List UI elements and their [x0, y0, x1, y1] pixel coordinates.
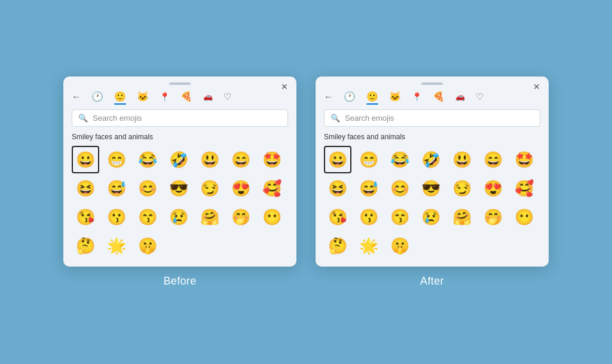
before-drag-handle: [169, 82, 191, 85]
emoji-cell[interactable]: 🤗: [196, 203, 224, 231]
emoji-cell[interactable]: 😶: [510, 203, 538, 231]
emoji-cell[interactable]: 🥰: [258, 175, 286, 202]
after-emoji-grid: 😀 😁 😂 🤣 😃 😄 🤩 😆 😅 😊 😎 😏 😍 🥰 😘 😗 😙: [316, 146, 549, 259]
before-close-button[interactable]: ✕: [281, 82, 288, 91]
emoji-cell[interactable]: 😙: [386, 203, 414, 231]
emoji-cell[interactable]: 😍: [479, 175, 507, 202]
emoji-cell[interactable]: 😄: [227, 146, 255, 173]
emoji-cell[interactable]: 😘: [324, 203, 351, 231]
emoji-cell[interactable]: 😎: [165, 175, 192, 202]
emoji-cell[interactable]: 😍: [227, 175, 255, 202]
before-nav-heart[interactable]: ♡: [224, 91, 231, 102]
emoji-cell[interactable]: 🤗: [448, 203, 476, 231]
before-nav: ← 🕐 🙂 🐱 📍 🍕 🚗 ♡: [63, 88, 296, 106]
emoji-cell[interactable]: 😢: [165, 203, 192, 231]
before-emoji-grid: 😀 😁 😂 🤣 😃 😄 🤩 😆 😅 😊 😎 😏 😍 🥰 😘 😗 😙: [63, 146, 296, 259]
after-nav-heart[interactable]: ♡: [476, 91, 484, 102]
after-nav-places[interactable]: 📍: [412, 92, 422, 102]
emoji-cell[interactable]: 😃: [448, 146, 476, 173]
emoji-cell[interactable]: 😄: [479, 146, 507, 173]
emoji-cell[interactable]: 😙: [134, 203, 161, 231]
emoji-cell[interactable]: 😊: [134, 175, 161, 202]
emoji-cell[interactable]: 😆: [324, 175, 351, 202]
before-nav-recent[interactable]: 🕐: [91, 91, 103, 102]
after-search-bar[interactable]: 🔍 Search emojis: [324, 109, 540, 127]
before-picker: ✕ ← 🕐 🙂 🐱 📍 🍕 🚗 ♡ 🔍 Search emojis Smiley…: [63, 77, 296, 267]
before-panel-wrapper: ✕ ← 🕐 🙂 🐱 📍 🍕 🚗 ♡ 🔍 Search emojis Smiley…: [63, 77, 296, 287]
emoji-cell[interactable]: 🤭: [479, 203, 507, 231]
after-picker: ✕ ← 🕐 🙂 🐱 📍 🍕 🚗 ♡ 🔍 Search emojis Smiley…: [316, 77, 549, 267]
before-search-placeholder: Search emojis: [93, 114, 281, 123]
before-nav-travel[interactable]: 🚗: [203, 92, 213, 101]
after-panel-wrapper: ✕ ← 🕐 🙂 🐱 📍 🍕 🚗 ♡ 🔍 Search emojis Smiley…: [316, 77, 549, 287]
emoji-cell[interactable]: 😀: [72, 146, 99, 173]
after-close-button[interactable]: ✕: [533, 82, 540, 91]
after-nav-food[interactable]: 🍕: [433, 91, 445, 102]
emoji-cell[interactable]: 😎: [417, 175, 445, 202]
after-nav-people[interactable]: 🐱: [389, 91, 401, 102]
emoji-cell[interactable]: 🤭: [227, 203, 255, 231]
emoji-cell[interactable]: 😃: [196, 146, 224, 173]
emoji-cell[interactable]: 😅: [355, 175, 382, 202]
after-search-icon: 🔍: [331, 114, 340, 123]
emoji-cell[interactable]: 😏: [196, 175, 224, 202]
emoji-cell[interactable]: 😂: [386, 146, 414, 173]
before-label: Before: [163, 275, 196, 287]
after-nav-smiley[interactable]: 🙂: [366, 91, 378, 102]
emoji-cell[interactable]: 😗: [355, 203, 382, 231]
before-nav-smiley[interactable]: 🙂: [114, 91, 126, 102]
after-label: After: [420, 275, 444, 287]
emoji-cell[interactable]: 😶: [258, 203, 286, 231]
emoji-cell[interactable]: 🥰: [510, 175, 538, 202]
after-titlebar: ✕: [316, 77, 549, 88]
emoji-cell[interactable]: 😢: [417, 203, 445, 231]
emoji-cell[interactable]: 🌟: [103, 232, 130, 259]
emoji-cell[interactable]: 🤩: [510, 146, 538, 173]
before-search-icon: 🔍: [78, 114, 88, 123]
after-nav-travel[interactable]: 🚗: [455, 92, 465, 101]
emoji-cell[interactable]: 🤣: [417, 146, 445, 173]
emoji-cell[interactable]: 🤔: [72, 232, 99, 259]
emoji-cell[interactable]: 😁: [355, 146, 382, 173]
emoji-cell[interactable]: 😂: [134, 146, 161, 173]
emoji-cell[interactable]: 🤩: [258, 146, 286, 173]
emoji-cell[interactable]: 😁: [103, 146, 130, 173]
before-titlebar: ✕: [63, 77, 296, 88]
emoji-cell[interactable]: 🤔: [324, 232, 351, 259]
emoji-cell[interactable]: 😅: [103, 175, 130, 202]
after-back-button[interactable]: ←: [324, 91, 333, 102]
emoji-cell[interactable]: 😀: [324, 146, 351, 173]
after-drag-handle: [421, 82, 443, 85]
emoji-cell[interactable]: 😊: [386, 175, 414, 202]
emoji-cell[interactable]: 😏: [448, 175, 476, 202]
before-back-button[interactable]: ←: [72, 91, 81, 102]
before-nav-places[interactable]: 📍: [160, 92, 170, 102]
before-section-label: Smiley faces and animals: [63, 133, 296, 146]
after-nav-recent[interactable]: 🕐: [344, 91, 356, 102]
after-nav: ← 🕐 🙂 🐱 📍 🍕 🚗 ♡: [316, 88, 549, 106]
emoji-cell[interactable]: 😗: [103, 203, 130, 231]
before-nav-food[interactable]: 🍕: [180, 91, 192, 102]
emoji-cell[interactable]: 🤫: [386, 232, 414, 259]
emoji-cell[interactable]: 🌟: [355, 232, 382, 259]
emoji-cell[interactable]: 😆: [72, 175, 99, 202]
emoji-cell[interactable]: 🤣: [165, 146, 192, 173]
after-section-label: Smiley faces and animals: [316, 133, 549, 146]
before-nav-people[interactable]: 🐱: [137, 91, 149, 102]
panels-row: ✕ ← 🕐 🙂 🐱 📍 🍕 🚗 ♡ 🔍 Search emojis Smiley…: [63, 77, 549, 287]
before-search-bar[interactable]: 🔍 Search emojis: [72, 109, 288, 127]
emoji-cell[interactable]: 😘: [72, 203, 99, 231]
emoji-cell[interactable]: 🤫: [134, 232, 161, 259]
after-search-placeholder: Search emojis: [345, 114, 534, 123]
